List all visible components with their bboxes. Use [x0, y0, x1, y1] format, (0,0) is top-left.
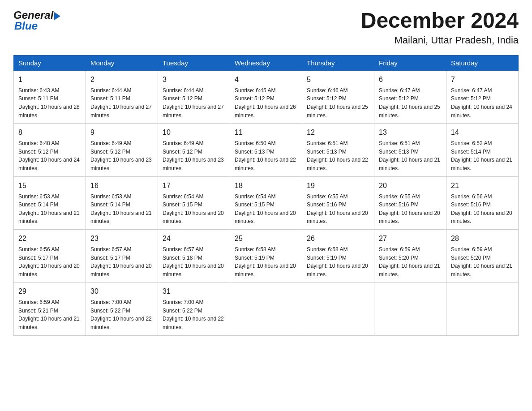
calendar-day-cell: 11Sunrise: 6:50 AMSunset: 5:13 PMDayligh…: [230, 124, 302, 176]
day-info: Sunrise: 6:49 AMSunset: 5:12 PMDaylight:…: [90, 139, 153, 172]
day-info: Sunrise: 6:46 AMSunset: 5:12 PMDaylight:…: [307, 86, 369, 120]
day-info: Sunrise: 6:44 AMSunset: 5:11 PMDaylight:…: [90, 86, 153, 120]
day-info: Sunrise: 6:57 AMSunset: 5:17 PMDaylight:…: [90, 245, 153, 278]
day-number: 12: [307, 127, 369, 138]
day-info: Sunrise: 6:59 AMSunset: 5:21 PMDaylight:…: [18, 298, 81, 331]
day-number: 5: [307, 74, 369, 85]
day-number: 31: [163, 286, 225, 297]
day-number: 18: [235, 180, 297, 191]
day-info: Sunrise: 6:57 AMSunset: 5:18 PMDaylight:…: [163, 245, 225, 278]
day-info: Sunrise: 6:58 AMSunset: 5:19 PMDaylight:…: [235, 245, 297, 278]
header-tuesday: Tuesday: [158, 55, 230, 70]
calendar-day-cell: 27Sunrise: 6:59 AMSunset: 5:20 PMDayligh…: [374, 229, 446, 282]
day-info: Sunrise: 6:49 AMSunset: 5:12 PMDaylight:…: [163, 139, 225, 172]
day-info: Sunrise: 6:58 AMSunset: 5:19 PMDaylight:…: [307, 245, 369, 278]
calendar-week-row: 8Sunrise: 6:48 AMSunset: 5:12 PMDaylight…: [14, 124, 519, 176]
day-info: Sunrise: 6:52 AMSunset: 5:14 PMDaylight:…: [451, 139, 514, 172]
day-number: 25: [235, 233, 297, 244]
calendar-day-cell: 13Sunrise: 6:51 AMSunset: 5:13 PMDayligh…: [374, 124, 446, 176]
calendar-day-cell: 6Sunrise: 6:47 AMSunset: 5:12 PMDaylight…: [374, 70, 446, 123]
calendar-day-cell: 21Sunrise: 6:56 AMSunset: 5:16 PMDayligh…: [446, 176, 519, 229]
day-number: 7: [451, 74, 514, 85]
calendar-day-cell: 20Sunrise: 6:55 AMSunset: 5:16 PMDayligh…: [374, 176, 446, 229]
day-number: 8: [18, 127, 81, 138]
calendar-day-cell: 29Sunrise: 6:59 AMSunset: 5:21 PMDayligh…: [14, 283, 86, 335]
day-info: Sunrise: 6:51 AMSunset: 5:13 PMDaylight:…: [307, 139, 369, 172]
day-number: 29: [18, 286, 81, 297]
day-number: 15: [18, 180, 81, 191]
day-info: Sunrise: 6:44 AMSunset: 5:12 PMDaylight:…: [163, 86, 225, 120]
day-number: 1: [18, 74, 81, 85]
page-header: General Blue December 2024 Mailani, Utta…: [13, 9, 519, 46]
day-info: Sunrise: 6:59 AMSunset: 5:20 PMDaylight:…: [451, 245, 514, 278]
calendar-day-cell: 1Sunrise: 6:43 AMSunset: 5:11 PMDaylight…: [14, 70, 86, 123]
day-number: 3: [163, 74, 225, 85]
calendar-day-cell: 8Sunrise: 6:48 AMSunset: 5:12 PMDaylight…: [14, 124, 86, 176]
calendar-day-cell: 17Sunrise: 6:54 AMSunset: 5:15 PMDayligh…: [158, 176, 230, 229]
day-info: Sunrise: 6:53 AMSunset: 5:14 PMDaylight:…: [18, 193, 81, 226]
calendar-day-cell: [446, 283, 519, 335]
calendar-day-cell: [230, 283, 302, 335]
calendar-day-cell: 19Sunrise: 6:55 AMSunset: 5:16 PMDayligh…: [302, 176, 374, 229]
day-number: 22: [18, 233, 81, 244]
day-info: Sunrise: 6:56 AMSunset: 5:16 PMDaylight:…: [451, 193, 514, 226]
calendar-day-cell: 28Sunrise: 6:59 AMSunset: 5:20 PMDayligh…: [446, 229, 519, 282]
day-number: 20: [379, 180, 442, 191]
day-number: 24: [163, 233, 225, 244]
calendar-day-cell: 9Sunrise: 6:49 AMSunset: 5:12 PMDaylight…: [86, 124, 158, 176]
day-info: Sunrise: 6:59 AMSunset: 5:20 PMDaylight:…: [379, 245, 442, 278]
calendar-table: Sunday Monday Tuesday Wednesday Thursday…: [13, 55, 519, 336]
day-number: 21: [451, 180, 514, 191]
calendar-day-cell: 30Sunrise: 7:00 AMSunset: 5:22 PMDayligh…: [86, 283, 158, 335]
day-info: Sunrise: 7:00 AMSunset: 5:22 PMDaylight:…: [163, 298, 225, 331]
day-info: Sunrise: 6:45 AMSunset: 5:12 PMDaylight:…: [235, 86, 297, 120]
header-monday: Monday: [86, 55, 158, 70]
day-number: 27: [379, 233, 442, 244]
day-number: 30: [90, 286, 153, 297]
day-number: 4: [235, 74, 297, 85]
day-info: Sunrise: 6:54 AMSunset: 5:15 PMDaylight:…: [163, 193, 225, 226]
calendar-week-row: 1Sunrise: 6:43 AMSunset: 5:11 PMDaylight…: [14, 70, 519, 123]
header-wednesday: Wednesday: [230, 55, 302, 70]
calendar-day-cell: 16Sunrise: 6:53 AMSunset: 5:14 PMDayligh…: [86, 176, 158, 229]
day-number: 28: [451, 233, 514, 244]
calendar-body: 1Sunrise: 6:43 AMSunset: 5:11 PMDaylight…: [14, 70, 519, 335]
calendar-day-cell: 24Sunrise: 6:57 AMSunset: 5:18 PMDayligh…: [158, 229, 230, 282]
day-number: 9: [90, 127, 153, 138]
header-saturday: Saturday: [446, 55, 519, 70]
calendar-day-cell: 2Sunrise: 6:44 AMSunset: 5:11 PMDaylight…: [86, 70, 158, 123]
location-title: Mailani, Uttar Pradesh, India: [361, 34, 519, 46]
day-info: Sunrise: 6:47 AMSunset: 5:12 PMDaylight:…: [379, 86, 442, 120]
day-number: 16: [90, 180, 153, 191]
day-info: Sunrise: 6:55 AMSunset: 5:16 PMDaylight:…: [307, 193, 369, 226]
day-number: 19: [307, 180, 369, 191]
calendar-day-cell: [374, 283, 446, 335]
day-number: 26: [307, 233, 369, 244]
calendar-week-row: 29Sunrise: 6:59 AMSunset: 5:21 PMDayligh…: [14, 283, 519, 335]
logo-triangle-icon: [54, 12, 60, 20]
day-number: 13: [379, 127, 442, 138]
day-info: Sunrise: 7:00 AMSunset: 5:22 PMDaylight:…: [90, 298, 153, 331]
logo: General Blue: [13, 9, 60, 32]
calendar-day-cell: 10Sunrise: 6:49 AMSunset: 5:12 PMDayligh…: [158, 124, 230, 176]
calendar-week-row: 15Sunrise: 6:53 AMSunset: 5:14 PMDayligh…: [14, 176, 519, 229]
day-number: 14: [451, 127, 514, 138]
day-number: 10: [163, 127, 225, 138]
calendar-day-cell: 18Sunrise: 6:54 AMSunset: 5:15 PMDayligh…: [230, 176, 302, 229]
calendar-day-cell: 4Sunrise: 6:45 AMSunset: 5:12 PMDaylight…: [230, 70, 302, 123]
day-info: Sunrise: 6:53 AMSunset: 5:14 PMDaylight:…: [90, 193, 153, 226]
calendar-day-cell: 15Sunrise: 6:53 AMSunset: 5:14 PMDayligh…: [14, 176, 86, 229]
calendar-day-cell: 7Sunrise: 6:47 AMSunset: 5:12 PMDaylight…: [446, 70, 519, 123]
day-info: Sunrise: 6:55 AMSunset: 5:16 PMDaylight:…: [379, 193, 442, 226]
calendar-day-cell: [302, 283, 374, 335]
day-number: 17: [163, 180, 225, 191]
day-info: Sunrise: 6:43 AMSunset: 5:11 PMDaylight:…: [18, 86, 81, 120]
day-info: Sunrise: 6:51 AMSunset: 5:13 PMDaylight:…: [379, 139, 442, 172]
day-number: 11: [235, 127, 297, 138]
day-info: Sunrise: 6:54 AMSunset: 5:15 PMDaylight:…: [235, 193, 297, 226]
days-of-week-row: Sunday Monday Tuesday Wednesday Thursday…: [14, 55, 519, 70]
day-number: 6: [379, 74, 442, 85]
calendar-week-row: 22Sunrise: 6:56 AMSunset: 5:17 PMDayligh…: [14, 229, 519, 282]
calendar-day-cell: 26Sunrise: 6:58 AMSunset: 5:19 PMDayligh…: [302, 229, 374, 282]
title-area: December 2024 Mailani, Uttar Pradesh, In…: [361, 9, 519, 46]
